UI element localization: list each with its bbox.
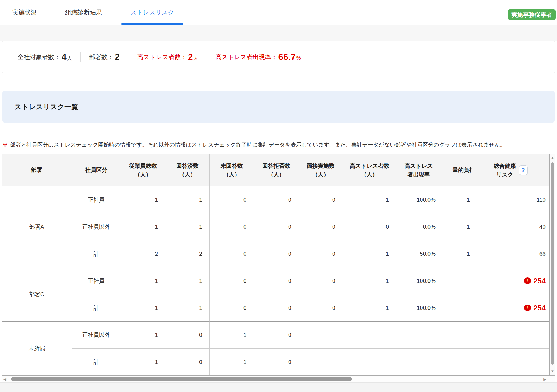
cell-high-stress-count: 1 [343,240,396,267]
note-text: 部署と社員区分はストレスチェック開始時の情報です。それ以外の情報はストレスチェッ… [10,142,505,148]
cell-answered: 0 [165,348,209,375]
cell-interviews-held: - [299,321,343,348]
summary-value: 66.7 [278,52,296,62]
cell-high-stress-count: 1 [343,294,396,321]
cell-interviews-held: 0 [299,213,343,240]
divider [80,52,81,62]
cell-high-stress-count: - [343,321,396,348]
cell-interviews-held: 0 [299,294,343,321]
table-row: 計110001100.0%!254 [2,294,549,321]
cell-refused: 0 [254,240,299,267]
table-row: 計22000150.0%166 [2,240,549,267]
cell-unanswered: 1 [209,321,254,348]
cell-refused: 0 [254,267,299,294]
cell-employee-category: 計 [72,240,121,267]
cell-department-group: 部署A [2,186,72,267]
cell-employee-category: 正社員 [72,267,121,294]
header-overall-health-risk-label: 総合健康 リスク [494,162,516,179]
cell-total-employees: 1 [121,213,165,240]
cell-unanswered: 0 [209,213,254,240]
scroll-up-icon[interactable]: ▲ [550,156,555,159]
header-refused: 回答拒否数 （人） [254,154,299,186]
cell-answered: 1 [165,186,209,213]
overall-health-risk-value: - [544,332,546,338]
cell-quantitative-load [441,321,472,348]
tab-implementation-status[interactable]: 実施状況 [11,0,38,25]
scroll-down-icon[interactable]: ▼ [550,369,555,373]
horizontal-scrollbar-thumb[interactable] [11,377,352,381]
header-spacer [0,25,557,41]
cell-high-stress-rate: 0.0% [396,213,441,240]
cell-interviews-held: 0 [299,267,343,294]
note: ※ 部署と社員区分はストレスチェック開始時の情報です。それ以外の情報はストレスチ… [3,140,554,149]
cell-department-group: 未所属 [2,321,72,375]
table-header: 部署社員区分従業員総数 （人）回答済数 （人）未回答数 （人）回答拒否数 （人）… [2,154,549,186]
overall-health-risk-value: 66 [539,251,546,257]
cell-unanswered: 1 [209,348,254,375]
summary-high-stress-count: 高ストレス者数： 2 人 [137,52,199,62]
summary-department-count: 部署数： 2 [89,52,120,62]
cell-answered: 2 [165,240,209,267]
cell-department-group: 部署C [2,267,72,321]
cell-high-stress-count: 1 [343,267,396,294]
divider [129,52,129,62]
cell-answered: 1 [165,213,209,240]
cell-total-employees: 1 [121,321,165,348]
vertical-scrollbar[interactable]: ▲ ▼ [550,154,555,376]
header-employee-category: 社員区分 [72,154,121,186]
tab-organization-diagnosis[interactable]: 組織診断結果 [64,0,103,25]
cell-overall-health-risk: 66 [472,240,549,267]
cell-quantitative-load: 1 [441,240,472,267]
stress-risk-table-area: 部署社員区分従業員総数 （人）回答済数 （人）未回答数 （人）回答拒否数 （人）… [2,154,555,376]
cell-answered: 1 [165,294,209,321]
cell-interviews-held: 0 [299,240,343,267]
cell-unanswered: 0 [209,186,254,213]
cell-quantitative-load [441,294,472,321]
cell-refused: 0 [254,348,299,375]
alert-icon: ! [524,305,531,311]
cell-total-employees: 1 [121,267,165,294]
overall-health-risk-value: 254 [534,304,546,312]
cell-answered: 1 [165,267,209,294]
cell-quantitative-load [441,267,472,294]
alert-icon: ! [524,277,531,284]
cell-unanswered: 0 [209,240,254,267]
summary-label: 全社対象者数： [18,53,60,61]
cell-high-stress-rate: - [396,348,441,375]
header-answered: 回答済数 （人） [165,154,209,186]
cell-high-stress-count: 0 [343,213,396,240]
horizontal-scrollbar[interactable]: ◀ ▶ [2,376,555,382]
cell-overall-health-risk: !254 [472,294,549,321]
summary-high-stress-rate: 高ストレス者出現率： 66.7 % [215,52,301,62]
cell-employee-category: 正社員 [72,186,121,213]
cell-high-stress-rate: 100.0% [396,294,441,321]
cell-high-stress-count: - [343,348,396,375]
table-row: 計1010---- [2,348,549,375]
cell-employee-category: 計 [72,348,121,375]
cell-quantitative-load [441,348,472,375]
summary-label: 高ストレス者出現率： [215,53,277,61]
header-unanswered: 未回答数 （人） [209,154,254,186]
cell-employee-category: 正社員以外 [72,321,121,348]
note-marker: ※ [3,140,7,149]
overall-health-risk-value: - [544,359,546,365]
header-high-stress-count: 高ストレス者数 （人） [343,154,396,186]
scroll-left-icon[interactable]: ◀ [3,376,6,382]
summary-label: 部署数： [89,53,114,61]
tab-stress-risk[interactable]: ストレスリスク [129,0,175,25]
help-icon[interactable]: ? [519,165,528,175]
cell-employee-category: 計 [72,294,121,321]
table-body: 部署A正社員110001100.0%1110正社員以外1100000.0%140… [2,186,549,375]
overall-health-risk-value: 110 [537,197,546,203]
table-row: 部署A正社員110001100.0%1110 [2,186,549,213]
overall-health-risk-value: 254 [534,277,546,285]
stress-risk-table: 部署社員区分従業員総数 （人）回答済数 （人）未回答数 （人）回答拒否数 （人）… [2,154,550,376]
scroll-right-icon[interactable]: ▶ [543,376,546,382]
cell-employee-category: 正社員以外 [72,213,121,240]
summary-unit: 人 [193,55,198,62]
cell-high-stress-rate: - [396,321,441,348]
vertical-scrollbar-thumb[interactable] [551,162,554,365]
section-title: ストレスリスク一覧 [14,102,78,111]
header-high-stress-rate: 高ストレス 者出現率 [396,154,441,186]
cell-total-employees: 2 [121,240,165,267]
